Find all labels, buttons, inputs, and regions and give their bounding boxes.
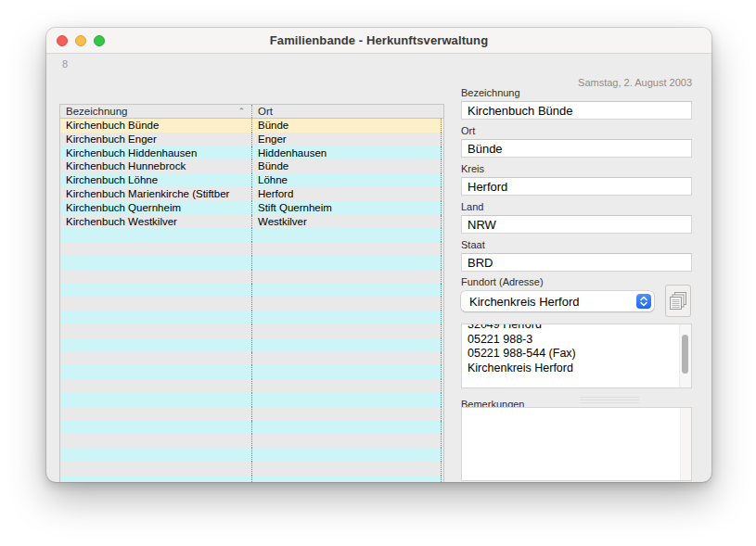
cell-ort xyxy=(252,228,442,242)
cell-ort xyxy=(252,270,442,284)
cell-ort xyxy=(252,379,442,393)
field-label-kreis: Kreis xyxy=(461,163,692,174)
sort-asc-icon: ⌃ xyxy=(237,108,245,115)
table-row[interactable] xyxy=(60,297,443,311)
address-book-button[interactable] xyxy=(665,285,691,317)
table-row[interactable]: Kirchenbuch Marienkirche (StiftberHerfor… xyxy=(60,187,443,201)
cell-bezeichnung xyxy=(60,256,252,270)
cell-bezeichnung: Kirchenbuch Quernheim xyxy=(60,201,252,215)
window-content: 8 Samstag, 2. August 2003 Bezeichnung ⌃ … xyxy=(46,54,711,482)
address-scrollbar[interactable] xyxy=(679,324,691,387)
table-row[interactable] xyxy=(60,338,443,352)
table-row[interactable] xyxy=(60,365,443,379)
cell-bezeichnung: Kirchenbuch Bünde xyxy=(60,119,252,133)
table-row[interactable] xyxy=(60,311,443,324)
cell-ort xyxy=(252,242,442,256)
cell-bezeichnung xyxy=(60,462,252,476)
cell-bezeichnung xyxy=(60,297,252,311)
bezeichnung-field[interactable] xyxy=(461,101,692,120)
cell-ort xyxy=(252,324,442,338)
table-row[interactable] xyxy=(60,476,443,482)
field-label-land: Land xyxy=(461,201,692,212)
cell-ort: Bünde xyxy=(252,119,442,133)
table-row[interactable] xyxy=(60,421,443,435)
cell-ort xyxy=(252,256,442,270)
table-row[interactable] xyxy=(60,228,443,242)
bemerkungen-scrollbar[interactable] xyxy=(680,408,691,480)
address-line: 32049 Herford xyxy=(468,324,686,333)
table-row[interactable] xyxy=(60,256,443,270)
table-row[interactable] xyxy=(60,242,443,256)
column-header-ort[interactable]: Ort xyxy=(252,105,443,118)
cell-ort xyxy=(252,476,442,482)
minimize-button[interactable] xyxy=(75,35,86,46)
cell-bezeichnung xyxy=(60,407,252,421)
cell-bezeichnung: Kirchenbuch Hiddenhausen xyxy=(60,146,252,160)
table-body: Kirchenbuch BündeBündeKirchenbuch EngerE… xyxy=(60,119,443,482)
table-row[interactable] xyxy=(60,393,443,407)
column-header-bezeichnung[interactable]: Bezeichnung ⌃ xyxy=(60,105,252,118)
cell-bezeichnung xyxy=(60,242,252,256)
record-count: 8 xyxy=(62,58,68,70)
table-row[interactable] xyxy=(60,379,443,393)
table-row-selected[interactable]: Kirchenbuch BündeBünde xyxy=(60,119,443,133)
cell-ort xyxy=(252,393,442,407)
splitter-grip-icon[interactable] xyxy=(580,397,639,403)
column-label: Bezeichnung xyxy=(66,106,128,117)
cell-bezeichnung xyxy=(60,434,252,448)
table-row[interactable] xyxy=(60,407,443,421)
address-line: 05221 988-544 (Fax) xyxy=(468,347,686,362)
cell-ort: Westkilver xyxy=(252,215,442,229)
staat-field[interactable] xyxy=(461,253,692,272)
cell-ort: Bünde xyxy=(252,159,442,173)
zoom-button[interactable] xyxy=(94,35,105,46)
cell-ort xyxy=(252,365,442,379)
address-line: Kirchenkreis Herford xyxy=(468,362,686,376)
fundort-dropdown[interactable]: Kirchenkreis Herford xyxy=(461,291,654,311)
table-row[interactable]: Kirchenbuch LöhneLöhne xyxy=(60,173,443,187)
fundort-address-preview[interactable]: 32049 Herford 05221 988-3 05221 988-544 … xyxy=(461,324,692,388)
table-row[interactable] xyxy=(60,324,443,338)
table-row[interactable]: Kirchenbuch QuernheimStift Quernheim xyxy=(60,201,443,215)
detail-form: Bezeichnung Ort Kreis Land Staat Fundort… xyxy=(461,78,692,482)
cell-bezeichnung xyxy=(60,421,252,435)
table-row[interactable]: Kirchenbuch WestkilverWestkilver xyxy=(60,215,443,229)
app-window: Familienbande - Herkunftsverwaltung 8 Sa… xyxy=(46,28,711,482)
cell-ort xyxy=(252,311,442,324)
cell-ort xyxy=(252,407,442,421)
cell-bezeichnung xyxy=(60,352,252,366)
table-row[interactable]: Kirchenbuch HunnebrockBünde xyxy=(60,159,443,173)
popup-updown-chevrons-icon xyxy=(636,294,651,309)
close-button[interactable] xyxy=(57,35,68,46)
cell-bezeichnung xyxy=(60,379,252,393)
table-row[interactable] xyxy=(60,284,443,298)
cell-ort xyxy=(252,421,442,435)
cell-ort xyxy=(252,338,442,352)
cell-ort xyxy=(252,284,442,298)
field-label-fundort: Fundort (Adresse) xyxy=(461,276,692,287)
bemerkungen-textarea[interactable] xyxy=(461,407,692,481)
cell-bezeichnung: Kirchenbuch Löhne xyxy=(60,173,252,187)
cell-bezeichnung xyxy=(60,338,252,352)
address-line: 05221 988-3 xyxy=(468,333,686,348)
column-label: Ort xyxy=(258,106,273,117)
cell-ort: Stift Quernheim xyxy=(252,201,442,215)
table-row[interactable]: Kirchenbuch HiddenhausenHiddenhausen xyxy=(60,146,443,160)
cell-bezeichnung xyxy=(60,270,252,284)
cell-bezeichnung xyxy=(60,393,252,407)
table-row[interactable] xyxy=(60,270,443,284)
table-row[interactable] xyxy=(60,448,443,462)
cell-bezeichnung xyxy=(60,311,252,324)
table-row[interactable]: Kirchenbuch EngerEnger xyxy=(60,133,443,146)
ort-field[interactable] xyxy=(461,139,692,158)
cell-bezeichnung xyxy=(60,284,252,298)
kreis-field[interactable] xyxy=(461,177,692,196)
address-scrollbar-thumb[interactable] xyxy=(682,335,688,374)
cell-bezeichnung xyxy=(60,324,252,338)
title-bar[interactable]: Familienbande - Herkunftsverwaltung xyxy=(46,28,711,54)
land-field[interactable] xyxy=(461,215,692,234)
cell-ort xyxy=(252,462,442,476)
table-row[interactable] xyxy=(60,434,443,448)
table-row[interactable] xyxy=(60,352,443,366)
table-row[interactable] xyxy=(60,462,443,476)
